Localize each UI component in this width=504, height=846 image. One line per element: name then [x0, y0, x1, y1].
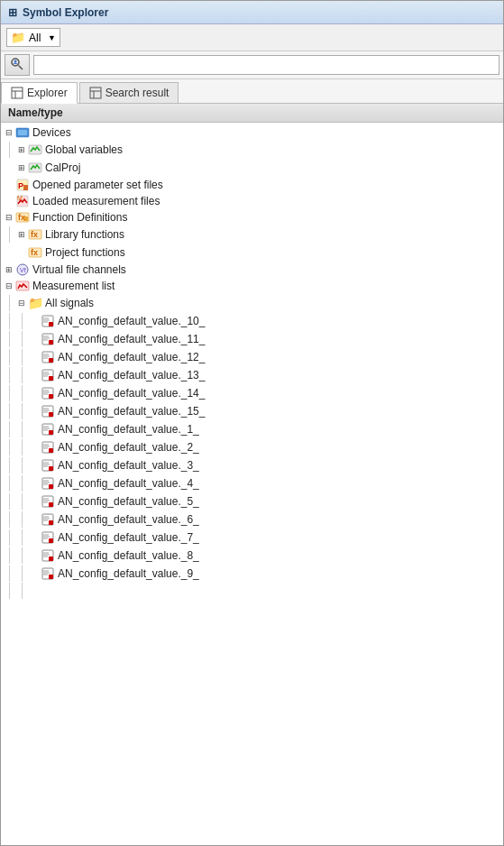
svg-rect-83: [49, 502, 53, 507]
dropdown-label: All: [29, 32, 41, 44]
expander-all-signals[interactable]: [15, 297, 28, 309]
icon-sig-10: [41, 314, 55, 328]
tree-node-sig-12[interactable]: AN_config_default_value._12_: [1, 348, 503, 366]
expander-library-functions[interactable]: [15, 228, 28, 241]
tree-node-sig-5[interactable]: AN_config_default_value._5_: [1, 492, 503, 510]
label-project-functions: Project functions: [45, 246, 125, 259]
label-sig-11: AN_config_default_value._11_: [58, 333, 205, 345]
explorer-tab-icon: [11, 87, 23, 99]
icon-function-definitions: fx: [15, 210, 30, 225]
svg-rect-93: [49, 538, 53, 543]
toolbar: 📁 All ▼: [1, 24, 503, 51]
label-sig-8: AN_config_default_value._8_: [58, 549, 199, 562]
tree-node-opened-param[interactable]: P Opened parameter set files: [1, 177, 503, 193]
tabs-bar: Explorer Search result: [1, 79, 503, 104]
label-opened-param: Opened parameter set files: [32, 179, 163, 191]
label-sig-10: AN_config_default_value._10_: [58, 315, 205, 327]
label-sig-14: AN_config_default_value._14_: [58, 387, 205, 400]
svg-text:fx: fx: [31, 248, 38, 257]
label-sig-9: AN_config_default_value._9_: [58, 567, 199, 580]
tree-node-sig-1[interactable]: AN_config_default_value._1_: [1, 420, 503, 438]
tree-node-all-signals[interactable]: 📁 All signals: [1, 294, 503, 312]
tree-node-sig-2[interactable]: AN_config_default_value._2_: [1, 438, 503, 456]
tree-node-global-variables[interactable]: Global variables: [1, 141, 503, 159]
tree-node-function-definitions[interactable]: fx Function Definitions: [1, 209, 503, 225]
tree-node-virtual-file-channels[interactable]: Vf Virtual file channels: [1, 262, 503, 278]
icon-loaded-measurement: M: [15, 194, 30, 208]
tree-node-sig-8[interactable]: AN_config_default_value._8_: [1, 547, 503, 565]
icon-sig-14: [41, 386, 55, 400]
label-measurement-list: Measurement list: [32, 280, 115, 292]
svg-text:fx: fx: [31, 230, 38, 239]
icon-sig-4: [41, 476, 55, 491]
tree-node-sig-6[interactable]: AN_config_default_value._6_: [1, 510, 503, 529]
svg-text:M: M: [17, 195, 23, 201]
svg-text:Vf: Vf: [20, 267, 26, 273]
expander-calproj[interactable]: [15, 161, 28, 174]
svg-rect-10: [18, 130, 27, 135]
tree-node-sig-9[interactable]: AN_config_default_value._9_: [1, 565, 503, 583]
icon-sig-11: [41, 332, 55, 346]
icon-devices: [15, 125, 30, 140]
scope-dropdown[interactable]: 📁 All ▼: [6, 28, 60, 47]
icon-opened-param: P: [15, 178, 30, 192]
tree-node-sig-4[interactable]: AN_config_default_value._4_: [1, 474, 503, 492]
folder-icon: 📁: [11, 31, 25, 44]
tree-node-project-functions[interactable]: fx Project functions: [1, 244, 503, 262]
tab-search-result[interactable]: Search result: [79, 82, 179, 103]
label-sig-5: AN_config_default_value._5_: [58, 495, 199, 508]
tree-node-library-functions[interactable]: fx Library functions: [1, 225, 503, 244]
icon-sig-9: [41, 566, 55, 581]
window-title: Symbol Explorer: [23, 6, 108, 19]
column-header: Name/type: [1, 104, 503, 123]
search-input[interactable]: [33, 55, 499, 75]
expander-measurement-list[interactable]: [3, 280, 15, 292]
svg-rect-38: [49, 340, 53, 345]
tab-search-label: Search result: [105, 87, 170, 99]
label-sig-13: AN_config_default_value._13_: [58, 369, 205, 382]
tree-node-devices[interactable]: Devices: [1, 124, 503, 141]
svg-text:P: P: [18, 181, 23, 190]
expander-function-definitions[interactable]: [3, 211, 15, 224]
label-function-definitions: Function Definitions: [32, 211, 127, 224]
label-sig-12: AN_config_default_value._12_: [58, 351, 205, 363]
tree-node-sig-7[interactable]: AN_config_default_value._7_: [1, 529, 503, 547]
label-sig-1: AN_config_default_value._1_: [58, 423, 199, 436]
label-global-variables: Global variables: [45, 143, 123, 156]
icon-global-variables: [28, 143, 42, 157]
icon-all-signals: 📁: [28, 296, 42, 310]
svg-rect-78: [49, 484, 53, 489]
search-icon: [10, 57, 24, 74]
icon-sig-13: [41, 368, 55, 382]
tree-container[interactable]: Devices Global variables: [1, 123, 503, 845]
tree-node-sig-13[interactable]: AN_config_default_value._13_: [1, 366, 503, 384]
icon-sig-12: [41, 350, 55, 364]
icon-sig-15: [41, 404, 55, 418]
icon-sig-8: [41, 548, 55, 563]
search-button[interactable]: [5, 54, 30, 76]
tree-node-calproj[interactable]: CalProj: [1, 159, 503, 177]
icon-sig-5: [41, 494, 55, 509]
label-sig-3: AN_config_default_value._3_: [58, 459, 199, 472]
expander-global-variables[interactable]: [15, 143, 28, 156]
tree-node-loaded-measurement[interactable]: M Loaded measurement files: [1, 193, 503, 209]
label-sig-7: AN_config_default_value._7_: [58, 531, 199, 544]
expander-devices[interactable]: [3, 126, 15, 139]
svg-point-2: [14, 60, 17, 62]
label-sig-4: AN_config_default_value._4_: [58, 477, 199, 490]
expander-virtual-file-channels[interactable]: [3, 263, 15, 276]
tree-node-measurement-list[interactable]: Measurement list: [1, 278, 503, 294]
chevron-down-icon: ▼: [48, 33, 56, 42]
tree-node-sig-11[interactable]: AN_config_default_value._11_: [1, 330, 503, 348]
svg-rect-43: [49, 358, 53, 363]
svg-rect-3: [12, 87, 23, 98]
tree-node-sig-14[interactable]: AN_config_default_value._14_: [1, 384, 503, 402]
svg-rect-48: [49, 376, 53, 381]
svg-rect-33: [49, 322, 53, 326]
tree-node-sig-15[interactable]: AN_config_default_value._15_: [1, 402, 503, 420]
tab-explorer[interactable]: Explorer: [1, 82, 78, 104]
tree-node-sig-3[interactable]: AN_config_default_value._3_: [1, 456, 503, 474]
tree-node-more[interactable]: [1, 583, 503, 599]
label-sig-15: AN_config_default_value._15_: [58, 405, 205, 418]
tree-node-sig-10[interactable]: AN_config_default_value._10_: [1, 312, 503, 330]
